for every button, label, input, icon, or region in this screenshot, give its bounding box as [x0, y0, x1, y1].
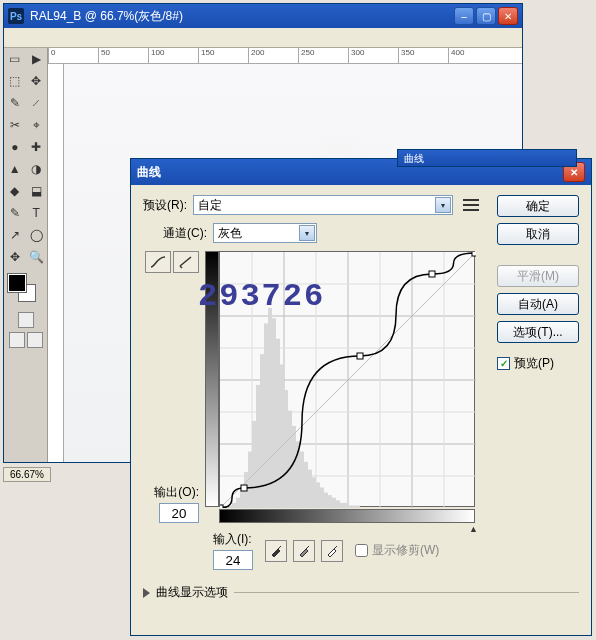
svg-rect-81 [357, 353, 363, 359]
output-label: 输出(O): [154, 484, 199, 501]
menu-bar[interactable] [4, 28, 522, 48]
ps-titlebar[interactable]: Ps RAL94_B @ 66.7%(灰色/8#) – ▢ ✕ [4, 4, 522, 28]
input-label: 输入(I): [213, 531, 253, 548]
tool-move[interactable]: ▶ [26, 48, 48, 70]
maximize-button[interactable]: ▢ [476, 7, 496, 25]
tool-shape[interactable]: ◯ [26, 224, 48, 246]
svg-rect-80 [241, 485, 247, 491]
input-gradient: ▲ [219, 509, 475, 523]
color-swatches[interactable] [8, 274, 43, 304]
ruler-horizontal: 050100150200250300350400 [48, 48, 522, 64]
zoom-status[interactable]: 66.67% [3, 467, 51, 482]
show-clipping-checkbox[interactable]: 显示修剪(W) [355, 542, 439, 559]
gradient-marker-icon[interactable]: ▲ [469, 524, 478, 534]
tool-hand[interactable]: ✥ [4, 246, 26, 268]
screenmode-button-2[interactable] [27, 332, 43, 348]
tool-path[interactable]: ↗ [4, 224, 26, 246]
auto-button[interactable]: 自动(A) [497, 293, 579, 315]
smooth-button[interactable]: 平滑(M) [497, 265, 579, 287]
ruler-vertical [48, 64, 64, 462]
curve-mode-button[interactable] [145, 251, 171, 273]
close-button[interactable]: ✕ [498, 7, 518, 25]
divider [234, 592, 579, 593]
preview-checkbox[interactable]: ✓ 预览(P) [497, 355, 579, 372]
document-title: RAL94_B @ 66.7%(灰色/8#) [30, 8, 454, 25]
checkmark-icon: ✓ [497, 357, 510, 370]
svg-rect-82 [429, 271, 435, 277]
eyedropper-gray-button[interactable] [293, 540, 315, 562]
minimize-button[interactable]: – [454, 7, 474, 25]
tool-crop[interactable]: ✎ [4, 92, 26, 114]
photoshop-icon: Ps [8, 8, 24, 24]
svg-rect-83 [472, 252, 476, 256]
eyedropper-icon [269, 544, 283, 558]
tool-zoom[interactable]: 🔍 [26, 246, 48, 268]
tool-stamp[interactable]: ● [4, 136, 26, 158]
preset-label: 预设(R): [143, 197, 187, 214]
input-input[interactable] [213, 550, 253, 570]
output-gradient [205, 251, 219, 507]
options-button[interactable]: 选项(T)... [497, 321, 579, 343]
eyedropper-icon [325, 544, 339, 558]
tool-type[interactable]: T [26, 202, 48, 224]
dialog-tab: 曲线 [397, 149, 577, 167]
curve-line [220, 252, 476, 508]
show-clipping-label: 显示修剪(W) [372, 542, 439, 559]
preset-select[interactable]: 自定 ▾ [193, 195, 453, 215]
quickmask-button[interactable] [18, 312, 34, 328]
foreground-swatch[interactable] [8, 274, 26, 292]
ok-button[interactable]: 确定 [497, 195, 579, 217]
pencil-icon [177, 255, 195, 269]
tool-wand[interactable]: ✥ [26, 70, 48, 92]
show-clipping-input[interactable] [355, 544, 368, 557]
pencil-mode-button[interactable] [173, 251, 199, 273]
eyedropper-black-button[interactable] [265, 540, 287, 562]
tool-pen[interactable]: ✎ [4, 202, 26, 224]
tool-marquee[interactable]: ▭ [4, 48, 26, 70]
svg-line-78 [220, 252, 476, 508]
eyedropper-white-button[interactable] [321, 540, 343, 562]
screenmode-button[interactable] [9, 332, 25, 348]
cancel-button[interactable]: 取消 [497, 223, 579, 245]
tool-heal[interactable]: ✂ [4, 114, 26, 136]
tool-dodge[interactable]: ⬓ [26, 180, 48, 202]
chevron-down-icon: ▾ [299, 225, 315, 241]
tool-lasso[interactable]: ⬚ [4, 70, 26, 92]
channel-value: 灰色 [218, 225, 242, 242]
disclosure-label: 曲线显示选项 [156, 584, 228, 601]
output-input[interactable] [159, 503, 199, 523]
tool-slice[interactable]: ⟋ [26, 92, 48, 114]
svg-rect-79 [220, 505, 223, 508]
tool-brush[interactable]: ⌖ [26, 114, 48, 136]
chevron-down-icon: ▾ [435, 197, 451, 213]
preset-value: 自定 [198, 197, 222, 214]
toolbox: ▭▶ ⬚✥ ✎⟋ ✂⌖ ●✚ ▲◑ ◆⬓ ✎T ↗◯ ✥🔍 [4, 48, 48, 462]
channel-label: 通道(C): [163, 225, 207, 242]
channel-select[interactable]: 灰色 ▾ [213, 223, 317, 243]
curves-graph[interactable] [219, 251, 475, 507]
curve-display-disclosure[interactable]: 曲线显示选项 [143, 584, 579, 601]
curves-dialog: 曲线 曲线 ✕ 预设(R): 自定 ▾ 通道(C): 灰色 ▾ [130, 158, 592, 636]
triangle-right-icon [143, 588, 150, 598]
curve-icon [149, 255, 167, 269]
preset-menu-icon[interactable] [463, 198, 479, 212]
tool-eraser[interactable]: ▲ [4, 158, 26, 180]
eyedropper-icon [297, 544, 311, 558]
preview-label: 预览(P) [514, 355, 554, 372]
tool-gradient[interactable]: ◑ [26, 158, 48, 180]
tool-history[interactable]: ✚ [26, 136, 48, 158]
tool-blur[interactable]: ◆ [4, 180, 26, 202]
